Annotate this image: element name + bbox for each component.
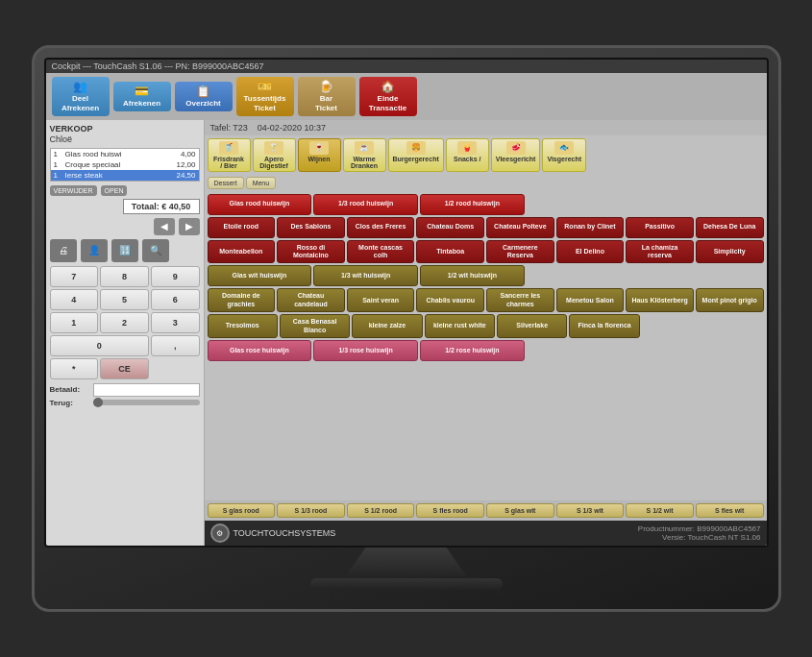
deel-afrekenen-button[interactable]: 👥 Deel Afrekenen xyxy=(52,77,110,116)
einde-transactie-button[interactable]: 🏠 Einde Transactie xyxy=(359,77,417,116)
product-btn[interactable]: Rosso di Montalcino xyxy=(277,240,345,264)
product-btn[interactable]: 1/2 rood huiswijn xyxy=(420,194,525,215)
register-icon[interactable]: 🖨 xyxy=(50,239,77,262)
num-6[interactable]: 6 xyxy=(151,289,200,310)
product-btn[interactable]: Monte cascas colh xyxy=(347,240,415,264)
product-btn[interactable]: Etoile rood xyxy=(208,217,276,238)
cat-wijnen[interactable]: 🍷 Wijnen xyxy=(298,138,341,172)
product-btn[interactable]: Simplicity xyxy=(696,240,764,264)
product-btn[interactable]: Chateau candelaud xyxy=(277,288,345,312)
wijnen-icon: 🍷 xyxy=(309,141,329,155)
order-item[interactable]: 1 Glas rood huiswi 4,00 xyxy=(51,149,199,159)
cat-apero[interactable]: 🍸 Apero Digestief xyxy=(253,138,296,172)
order-item[interactable]: 1 Croque speciaal 12,00 xyxy=(51,159,199,170)
product-btn[interactable]: 1/3 rood huiswijn xyxy=(313,194,418,215)
product-btn[interactable]: 1/2 wit huiswijn xyxy=(420,265,525,286)
product-row: Monteabellon Rosso di Montalcino Monte c… xyxy=(208,240,764,264)
product-btn[interactable]: Saint veran xyxy=(347,288,415,312)
cat-snacks[interactable]: 🍟 Snacks / xyxy=(446,138,489,172)
s-1-3-wit[interactable]: S 1/3 wit xyxy=(556,503,625,518)
product-btn[interactable]: Haus Klösterberg xyxy=(626,288,694,312)
product-btn[interactable]: La chamiza reserva xyxy=(626,240,694,264)
product-btn[interactable]: kleine rust white xyxy=(425,314,495,338)
product-btn[interactable]: Mont pinot grigio xyxy=(696,288,764,312)
product-btn[interactable]: Glas rose huiswijn xyxy=(208,340,312,361)
product-btn[interactable]: Carmenere Reserva xyxy=(486,240,554,264)
product-btn[interactable]: Finca la florenca xyxy=(569,314,639,338)
afrekenen-button[interactable]: 💳 Afrekenen xyxy=(113,82,171,111)
bottom-bar: S glas rood S 1/3 rood S 1/2 rood S fles… xyxy=(205,500,767,521)
product-btn[interactable]: Tresolmos xyxy=(208,314,278,338)
product-row: Tresolmos Casa Benasal Blanco kleine zal… xyxy=(208,314,764,338)
next-arrow[interactable]: ▶ xyxy=(179,218,200,235)
order-list: 1 Glas rood huiswi 4,00 1 Croque speciaa… xyxy=(50,148,200,182)
sub-dessert[interactable]: Dessert xyxy=(208,177,244,189)
num-9[interactable]: 9 xyxy=(151,266,200,287)
screen: Cockpit --- TouchCash S1.06 --- PN: B999… xyxy=(44,58,769,548)
cat-warme[interactable]: ☕ Warme Dranken xyxy=(343,138,386,172)
product-btn[interactable]: El Delino xyxy=(556,240,625,264)
s-1-2-rood[interactable]: S 1/2 rood xyxy=(347,503,415,518)
product-btn[interactable]: Menetou Salon xyxy=(556,288,625,312)
s-fles-wit[interactable]: S fles wit xyxy=(696,503,764,518)
product-btn[interactable]: Glas rood huiswijn xyxy=(208,194,312,215)
s-1-2-wit[interactable]: S 1/2 wit xyxy=(626,503,694,518)
cat-frisdrank[interactable]: 🥤 Frisdrank / Bier xyxy=(208,138,251,172)
product-row: Etoile rood Des Sablons Clos des Freres … xyxy=(208,217,764,238)
num-2[interactable]: 2 xyxy=(100,312,149,333)
sub-menu[interactable]: Menu xyxy=(246,177,277,189)
product-btn[interactable]: Chateau Polteve xyxy=(486,217,554,238)
product-btn[interactable]: Chateau Doms xyxy=(416,217,484,238)
calc-icon[interactable]: 🔢 xyxy=(111,239,138,262)
product-btn[interactable]: Chablis vaurou xyxy=(416,288,484,312)
right-panel: Tafel: T23 04-02-2020 10:37 🥤 Frisdrank … xyxy=(205,120,767,546)
product-btn[interactable]: Tintaboa xyxy=(416,240,484,264)
num-3[interactable]: 3 xyxy=(151,312,200,333)
bar-ticket-button[interactable]: 🍺 Bar Ticket xyxy=(298,77,356,116)
num-8[interactable]: 8 xyxy=(100,266,149,287)
product-btn[interactable]: Glas wit huiswijn xyxy=(208,265,312,286)
order-item-selected[interactable]: 1 Ierse steak 24,50 xyxy=(51,170,199,181)
num-0[interactable]: 0 xyxy=(50,335,149,356)
terug-slider xyxy=(93,400,200,405)
cat-vlees[interactable]: 🥩 Vleesgericht xyxy=(491,138,541,172)
product-btn[interactable]: Silverlake xyxy=(497,314,567,338)
overzicht-button[interactable]: 📋 Overzicht xyxy=(175,82,233,111)
num-7[interactable]: 7 xyxy=(50,266,99,287)
product-btn[interactable]: Sancerre les charmes xyxy=(486,288,554,312)
user-icon[interactable]: 👤 xyxy=(81,239,108,262)
product-btn[interactable]: Clos des Freres xyxy=(347,217,415,238)
product-btn[interactable]: Ronan by Clinet xyxy=(556,217,625,238)
product-btn[interactable]: Monteabellon xyxy=(208,240,276,264)
num-comma[interactable]: , xyxy=(151,335,200,356)
num-5[interactable]: 5 xyxy=(100,289,149,310)
num-1[interactable]: 1 xyxy=(50,312,99,333)
s-glas-rood[interactable]: S glas rood xyxy=(208,503,276,518)
num-4[interactable]: 4 xyxy=(50,289,99,310)
s-fles-rood[interactable]: S fles rood xyxy=(416,503,484,518)
apero-icon: 🍸 xyxy=(264,141,283,155)
betaald-input[interactable] xyxy=(93,383,200,397)
product-btn[interactable]: Passitivo xyxy=(626,217,694,238)
product-btn[interactable]: kleine zalze xyxy=(352,314,422,338)
product-btn[interactable]: Casa Benasal Blanco xyxy=(280,314,350,338)
search-icon[interactable]: 🔍 xyxy=(142,239,169,262)
product-btn[interactable]: Des Sablons xyxy=(277,217,345,238)
prev-arrow[interactable]: ◀ xyxy=(154,218,175,235)
betaald-row: Betaald: xyxy=(50,383,200,397)
verkoop-name: Chloë xyxy=(50,134,200,144)
cat-burgergerecht[interactable]: 🍔 Burgergerecht xyxy=(388,138,444,172)
product-btn[interactable]: 1/3 rose huiswijn xyxy=(313,340,418,361)
ce-button[interactable]: CE xyxy=(100,358,149,379)
tussentijds-button[interactable]: 🎫 Tussentijds Ticket xyxy=(236,77,294,116)
s-glas-wit[interactable]: S glas wit xyxy=(486,503,554,518)
num-asterisk[interactable]: * xyxy=(50,358,99,379)
cat-vis[interactable]: 🐟 Visgerecht xyxy=(542,138,586,172)
product-btn[interactable]: 1/3 wit huiswijn xyxy=(313,265,418,286)
s-1-3-rood[interactable]: S 1/3 rood xyxy=(277,503,345,518)
verwijder-button[interactable]: VERWIJDER xyxy=(50,185,97,196)
product-btn[interactable]: 1/2 rose huiswijn xyxy=(420,340,525,361)
open-button[interactable]: OPEN xyxy=(101,185,128,196)
product-btn[interactable]: Domaine de grachies xyxy=(208,288,276,312)
product-btn[interactable]: Dehesa De Luna xyxy=(696,217,764,238)
